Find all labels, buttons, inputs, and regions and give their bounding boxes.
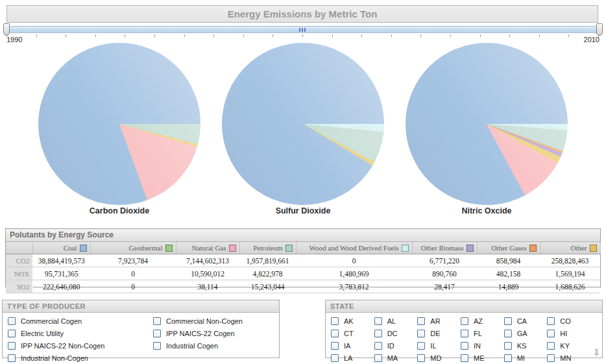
checkbox-label: IA: [344, 342, 350, 350]
producer-checkbox-ipp-naics-22-non-cogen[interactable]: IPP NAICS-22 Non-Cogen: [8, 340, 153, 352]
checkbox-icon[interactable]: [331, 342, 339, 350]
cell-co2-wood-and-wood-derived-fuels: 0: [296, 254, 412, 267]
state-checkbox-co[interactable]: CO: [547, 315, 590, 327]
pie-title: Nitric Oxcide: [406, 206, 568, 215]
state-checkbox-ma[interactable]: MA: [374, 352, 418, 364]
cell-nox-wood-and-wood-derived-fuels: 1,480,969: [296, 267, 412, 280]
year-range-slider-track[interactable]: [6, 26, 598, 33]
column-header-other-biomass: Other Biomass: [412, 242, 477, 254]
checkbox-icon[interactable]: [331, 354, 339, 362]
table-row-co2: CO238,884,419,5737,923,7847,144,602,3131…: [6, 254, 600, 267]
state-checkbox-mn[interactable]: MN: [547, 352, 590, 364]
slider-grip-icon[interactable]: [299, 28, 306, 32]
checkbox-icon[interactable]: [153, 330, 161, 337]
column-label: Geothermal: [129, 244, 163, 252]
state-checkbox-dc[interactable]: DC: [374, 328, 418, 339]
state-checkbox-ak[interactable]: AK: [331, 315, 374, 327]
checkbox-icon[interactable]: [374, 354, 382, 362]
checkbox-icon[interactable]: [504, 330, 512, 337]
scroll-down-icon[interactable]: ⇩: [593, 348, 600, 357]
checkbox-icon[interactable]: [461, 317, 468, 325]
state-checkbox-ky[interactable]: KY: [547, 340, 590, 352]
state-checkbox-me[interactable]: ME: [461, 352, 504, 364]
checkbox-icon[interactable]: [153, 317, 161, 325]
cell-so2-geothermal: 0: [90, 280, 176, 293]
state-checkbox-md[interactable]: MD: [417, 352, 461, 364]
checkbox-icon[interactable]: [331, 317, 339, 325]
cell-so2-natural-gas: 38,114: [176, 280, 239, 293]
slider-tick: [154, 34, 155, 37]
checkbox-icon[interactable]: [547, 317, 555, 325]
state-checkbox-ca[interactable]: CA: [504, 315, 548, 327]
slider-tick: [361, 34, 362, 37]
producer-checkbox-grid: Commercial CogenCommercial Non-CogenElec…: [3, 313, 279, 364]
state-checkbox-mi[interactable]: MI: [504, 352, 548, 364]
checkbox-icon[interactable]: [461, 342, 468, 350]
cell-nox-other-biomass: 890,760: [412, 267, 477, 280]
checkbox-label: AK: [344, 317, 354, 325]
producer-checkbox-commercial-cogen[interactable]: Commercial Cogen: [8, 315, 153, 327]
checkbox-icon[interactable]: [8, 354, 16, 362]
state-checkbox-fl[interactable]: FL: [461, 328, 504, 339]
checkbox-label: KY: [560, 342, 570, 350]
state-checkbox-il[interactable]: IL: [417, 340, 461, 352]
pollutants-table-panel: Polutants by Energy Source CoalGeotherma…: [5, 228, 601, 287]
checkbox-icon[interactable]: [504, 342, 512, 350]
slider-tick: [568, 34, 569, 37]
cell-so2-other-biomass: 28,417: [412, 280, 477, 293]
checkbox-label: AZ: [474, 317, 483, 325]
state-checkbox-de[interactable]: DE: [417, 328, 461, 339]
checkbox-label: MD: [430, 354, 441, 362]
checkbox-icon[interactable]: [547, 330, 555, 337]
state-checkbox-ia[interactable]: IA: [331, 340, 374, 352]
checkbox-icon[interactable]: [8, 317, 16, 325]
state-checkbox-grid: AKALARAZCACOCTDCDEFLGAHIIAIDILINKSKYLAMA…: [326, 313, 602, 364]
checkbox-icon[interactable]: [8, 342, 16, 350]
checkbox-label: FL: [474, 330, 482, 337]
state-checkbox-ar[interactable]: AR: [417, 315, 461, 327]
cell-so2-other-gases: 14,889: [477, 280, 540, 293]
checkbox-icon[interactable]: [374, 317, 382, 325]
checkbox-label: AL: [387, 317, 396, 325]
table-body: CO238,884,419,5737,923,7847,144,602,3131…: [6, 254, 600, 293]
checkbox-icon[interactable]: [504, 354, 512, 362]
state-checkbox-az[interactable]: AZ: [461, 315, 504, 327]
state-checkbox-al[interactable]: AL: [374, 315, 418, 327]
checkbox-icon[interactable]: [417, 330, 425, 337]
legend-swatch-icon: [80, 245, 87, 252]
checkbox-icon[interactable]: [374, 330, 382, 337]
checkbox-icon[interactable]: [504, 317, 512, 325]
producer-checkbox-industrial-cogen[interactable]: Industrial Cogen: [153, 340, 279, 352]
checkbox-icon[interactable]: [417, 317, 425, 325]
slider-ticks: [6, 34, 598, 38]
state-checkbox-la[interactable]: LA: [331, 352, 374, 364]
checkbox-icon[interactable]: [331, 330, 339, 337]
row-header-nox: NOX: [6, 267, 32, 280]
checkbox-label: CA: [517, 317, 527, 325]
producer-checkbox-industrial-non-cogen[interactable]: Industrial Non-Cogen: [8, 352, 153, 364]
checkbox-icon[interactable]: [547, 342, 555, 350]
state-checkbox-ga[interactable]: GA: [504, 328, 548, 339]
checkbox-label: DE: [430, 330, 440, 337]
checkbox-icon[interactable]: [461, 330, 468, 337]
pie-chart-nitric-oxcide: [406, 43, 568, 205]
state-checkbox-id[interactable]: ID: [374, 340, 418, 352]
state-checkbox-ct[interactable]: CT: [331, 328, 374, 339]
state-panel: STATE AKALARAZCACOCTDCDEFLGAHIIAIDILINKS…: [325, 300, 603, 358]
checkbox-icon[interactable]: [417, 342, 425, 350]
checkbox-label: IPP NAICS-22 Cogen: [166, 330, 235, 337]
checkbox-icon[interactable]: [547, 354, 555, 362]
state-checkbox-hi[interactable]: HI: [547, 328, 590, 339]
state-checkbox-in[interactable]: IN: [461, 340, 504, 352]
checkbox-icon[interactable]: [374, 342, 382, 350]
checkbox-icon[interactable]: [461, 354, 468, 362]
checkbox-icon[interactable]: [417, 354, 425, 362]
producer-checkbox-ipp-naics-22-cogen[interactable]: IPP NAICS-22 Cogen: [153, 328, 279, 339]
producer-checkbox-commercial-non-cogen[interactable]: Commercial Non-Cogen: [153, 315, 279, 327]
legend-swatch-icon: [590, 245, 597, 252]
state-checkbox-ks[interactable]: KS: [504, 340, 548, 352]
checkbox-icon[interactable]: [8, 330, 16, 337]
slider-tick: [243, 34, 244, 37]
checkbox-icon[interactable]: [153, 342, 161, 350]
producer-checkbox-electric-utility[interactable]: Electric Utility: [8, 328, 153, 339]
